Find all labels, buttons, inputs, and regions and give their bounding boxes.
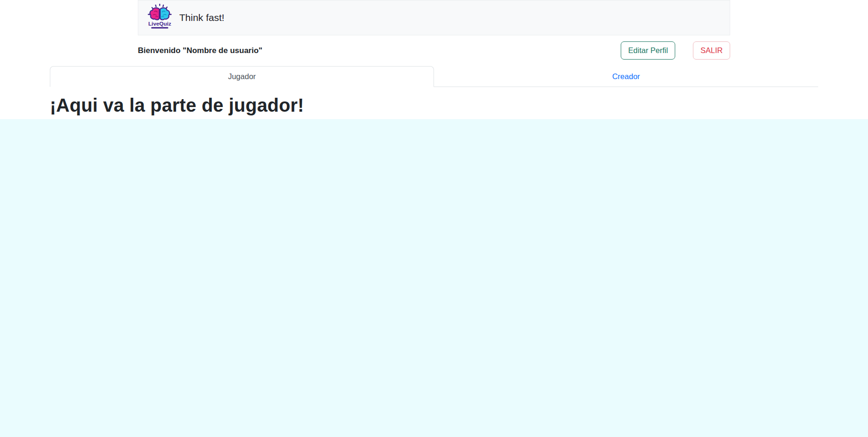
page-heading: ¡Aqui va la parte de jugador! xyxy=(50,95,818,116)
content-container: Jugador Creador ¡Aqui va la parte de jug… xyxy=(50,60,818,119)
page: LiveQuiz Think fast! Bienvenido "Nombre … xyxy=(0,0,868,437)
navbar: LiveQuiz Think fast! xyxy=(138,0,730,35)
header-actions: Editar Perfil SALIR xyxy=(621,41,730,60)
edit-profile-button[interactable]: Editar Perfil xyxy=(621,41,675,60)
welcome-row: Bienvenido "Nombre de usuario" Editar Pe… xyxy=(138,41,730,60)
brand-tagline: Think fast! xyxy=(179,12,224,23)
tab-creador[interactable]: Creador xyxy=(434,66,818,87)
top-container: LiveQuiz Think fast! Bienvenido "Nombre … xyxy=(138,0,730,60)
tab-jugador[interactable]: Jugador xyxy=(50,66,434,87)
welcome-text: Bienvenido "Nombre de usuario" xyxy=(138,46,262,55)
livequiz-logo-text: LiveQuiz xyxy=(148,20,171,27)
livequiz-logo-icon: LiveQuiz xyxy=(147,3,173,32)
player-content-area xyxy=(0,119,868,437)
logout-button[interactable]: SALIR xyxy=(693,41,730,60)
tab-bar: Jugador Creador xyxy=(50,66,818,87)
